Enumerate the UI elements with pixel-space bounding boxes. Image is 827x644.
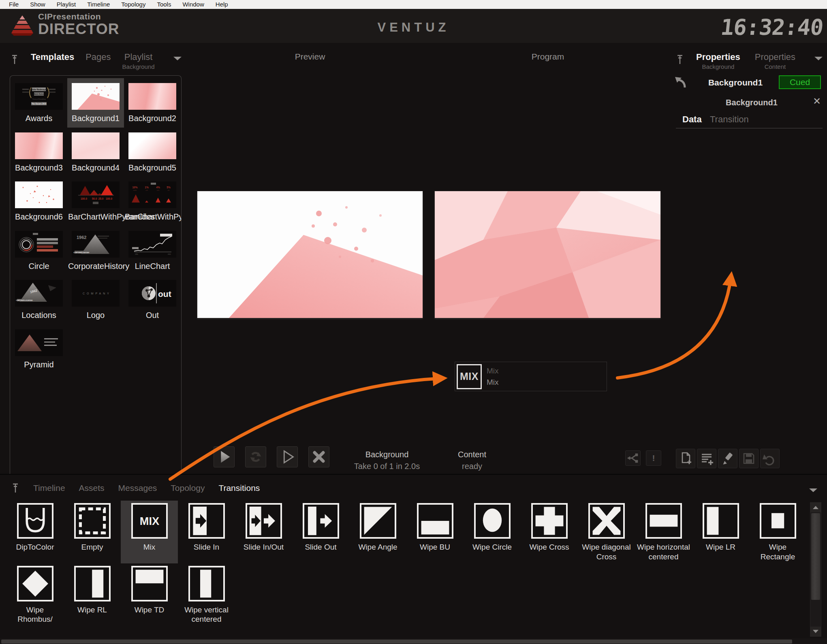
menu-item[interactable]: Topology: [115, 0, 151, 9]
template-label: BarChartWithPyramides3D: [125, 212, 180, 222]
transition-item[interactable]: Wipe Rhombus/: [6, 563, 64, 626]
alert-button[interactable]: !: [646, 450, 661, 466]
transition-item[interactable]: Wipe vertical centered: [178, 563, 235, 626]
template-label: BarChartWithPyramides: [68, 212, 123, 222]
transition-item[interactable]: Wipe TD: [121, 563, 178, 626]
template-label: Logo: [87, 311, 105, 320]
template-thumbnail: 100.050.025.0100.0: [72, 181, 120, 208]
transition-item[interactable]: Wipe RL: [64, 563, 121, 626]
transition-item[interactable]: Slide Out: [292, 501, 349, 563]
template-item[interactable]: 19902015 LineChart: [124, 226, 181, 275]
clear-button[interactable]: [308, 446, 329, 467]
template-item[interactable]: COMPANY Logo: [67, 275, 124, 324]
template-item[interactable]: Circle: [11, 226, 67, 275]
transition-item[interactable]: Wipe Circle: [464, 501, 521, 563]
template-label: Background5: [128, 163, 176, 173]
transition-item[interactable]: Wipe Angle: [349, 501, 406, 563]
menu-item[interactable]: Playlist: [51, 0, 82, 9]
template-label: Background2: [128, 114, 176, 124]
panel-tab[interactable]: Pages: [85, 52, 111, 70]
preview-label: Preview: [269, 52, 350, 62]
template-thumbnail: [72, 132, 120, 159]
template-label: Locations: [21, 311, 56, 320]
transition-item[interactable]: Slide In/Out: [235, 501, 292, 563]
template-item[interactable]: Background3: [11, 128, 67, 177]
menu-item[interactable]: Show: [24, 0, 51, 9]
panel-tab[interactable]: Templates: [31, 52, 74, 70]
edit-button[interactable]: [718, 449, 737, 468]
vertical-scrollbar[interactable]: [810, 502, 821, 637]
chevron-down-icon[interactable]: [808, 488, 818, 493]
menu-item[interactable]: Timeline: [81, 0, 115, 9]
template-thumbnail: [15, 181, 63, 208]
template-item[interactable]: 10%1%4%5%mobilewebsalesads BarChartWithP…: [124, 177, 181, 226]
tab-data[interactable]: Data: [682, 114, 702, 125]
transition-item[interactable]: Empty: [64, 501, 121, 563]
update-loop-button[interactable]: [245, 446, 266, 467]
new-page-icon: [677, 450, 694, 467]
transition-item[interactable]: MIX Mix: [121, 501, 178, 563]
route-button[interactable]: [625, 450, 641, 466]
menu-item[interactable]: Help: [210, 0, 234, 9]
svg-text:Eddie Redmayne: Eddie Redmayne: [30, 88, 47, 91]
transition-icon: [360, 503, 396, 539]
transition-item[interactable]: Wipe LR: [692, 501, 749, 563]
transition-item[interactable]: Slide In: [178, 501, 235, 563]
cued-page-name: Background1: [697, 78, 774, 87]
transition-item[interactable]: Wipe BU: [406, 501, 464, 563]
horizontal-scrollbar[interactable]: [0, 638, 827, 644]
bottom-tab[interactable]: Transitions: [218, 483, 260, 493]
transition-item[interactable]: Wipe Cross: [521, 501, 578, 563]
save-button[interactable]: [739, 449, 759, 468]
preview-play-button[interactable]: [277, 446, 298, 467]
transition-item[interactable]: Wipe horizontal centered: [635, 501, 692, 563]
transition-item[interactable]: Wipe Rectangle: [749, 501, 806, 563]
add-to-playlist-button[interactable]: [697, 449, 716, 468]
app-logo-icon: [11, 14, 34, 37]
template-item[interactable]: Background6: [11, 177, 67, 226]
template-item[interactable]: Background2: [124, 78, 181, 128]
clear-cross-icon: [309, 446, 329, 467]
template-label: Pyramid: [24, 360, 53, 370]
scrollbar-thumb[interactable]: [811, 513, 820, 600]
cue-arrow-icon: [674, 76, 686, 88]
pin-icon[interactable]: [11, 483, 19, 493]
transition-item[interactable]: Wipe diagonal Cross: [578, 501, 635, 563]
panel-tab[interactable]: Playlist Background: [122, 52, 155, 70]
template-item[interactable]: Background4: [67, 128, 124, 177]
template-item[interactable]: 1962CORPORATE HISTORY CorporateHistory: [67, 226, 124, 275]
take-button[interactable]: [214, 446, 235, 467]
menu-item[interactable]: Tools: [151, 0, 177, 9]
template-thumbnail: 1962CORPORATE LOCATIONS: [15, 280, 63, 307]
pin-icon[interactable]: [11, 54, 19, 65]
properties-tab[interactable]: Properties Background: [696, 52, 740, 70]
chevron-down-icon[interactable]: [814, 56, 823, 61]
transition-label: Wipe RL: [77, 605, 107, 615]
scrollbar-thumb[interactable]: [1, 640, 792, 644]
tab-transition[interactable]: Transition: [710, 114, 749, 125]
chevron-down-icon[interactable]: [173, 56, 182, 61]
close-icon[interactable]: ✕: [813, 96, 821, 107]
bottom-tab[interactable]: Timeline: [33, 483, 65, 493]
pin-icon[interactable]: [676, 54, 684, 65]
bottom-tab[interactable]: Messages: [118, 483, 157, 493]
scroll-up-button[interactable]: [810, 503, 821, 512]
new-page-button[interactable]: [676, 449, 695, 468]
template-item[interactable]: Background1: [67, 78, 124, 128]
bottom-tab[interactable]: Assets: [79, 483, 105, 493]
properties-tab[interactable]: Properties Content: [755, 52, 795, 70]
menu-item[interactable]: File: [3, 0, 24, 9]
transition-item[interactable]: DipToColor: [6, 501, 64, 563]
undo-button[interactable]: [760, 449, 780, 468]
template-list: Eddie RedmayneBest ActorTheory of Everyt…: [10, 75, 182, 474]
scroll-down-button[interactable]: [810, 627, 821, 636]
template-item[interactable]: 1962CORPORATE LOCATIONS Locations: [11, 275, 67, 324]
template-item[interactable]: Eddie RedmayneBest ActorTheory of Everyt…: [11, 78, 67, 128]
template-item[interactable]: Pyramid: [11, 324, 67, 374]
template-item[interactable]: 100.050.025.0100.0 BarChartWithPyramides: [67, 177, 124, 226]
bottom-tab[interactable]: Topology: [171, 483, 205, 493]
template-item[interactable]: Background5: [124, 128, 181, 177]
transition-assignment-row[interactable]: MIX Mix Mix: [455, 362, 607, 391]
template-item[interactable]: out Out: [124, 275, 181, 324]
menu-item[interactable]: Window: [177, 0, 209, 9]
